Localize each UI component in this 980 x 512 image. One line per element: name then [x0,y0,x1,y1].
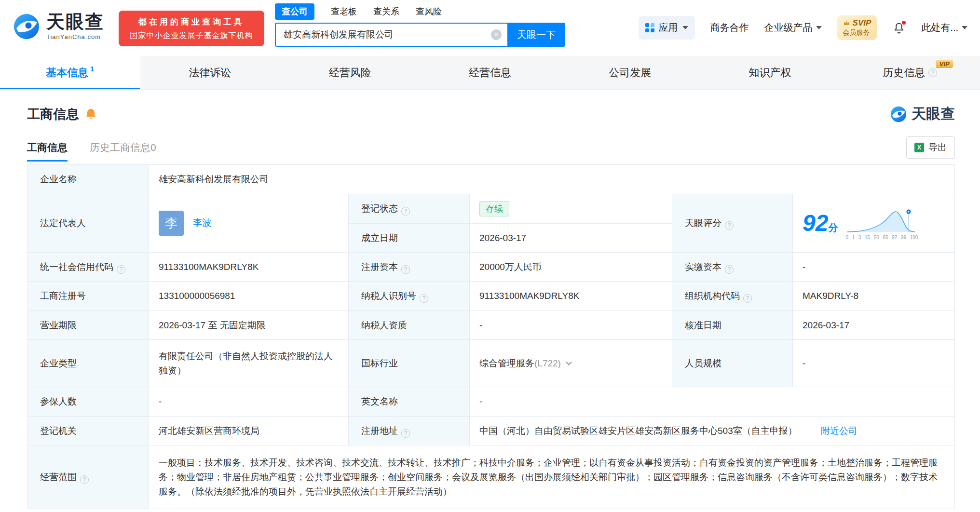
tianyancha-company-page: 天眼查 TianYanCha.com 都在用的商业查询工具 国家中小企业发展子基… [0,0,980,509]
reg-status-cell: 存续 [470,194,672,224]
reg-status-label: 登记状态 [349,194,470,224]
search-tab-risk[interactable]: 查风险 [416,6,442,17]
clear-icon[interactable] [491,29,502,40]
tab-company-development[interactable]: 公司发展 [560,56,700,89]
watermark-logo: 天眼查 [890,104,955,124]
registry-value: 河北雄安新区营商环境局 [149,417,349,445]
legal-rep-avatar[interactable]: 李 [159,211,184,236]
subtab-history-business-info[interactable]: 历史工商信息0 [90,141,156,160]
insured-value: - [149,387,349,417]
help-icon[interactable] [401,265,410,274]
search-tab-relation[interactable]: 查关系 [373,6,399,17]
subtab-row: 工商信息 历史工商信息0 导出 [27,136,955,162]
field-label: 核准日期 [685,320,721,330]
legal-rep-label: 法定代表人 [27,194,149,253]
score-unit: 分 [828,222,838,233]
tianyancha-logo-icon [13,13,41,40]
header-right-nav: 应用 商务合作 企业级产品 SVIP 会员服务 [639,15,967,40]
field-label: 企业类型 [40,358,77,368]
expand-chevron-icon[interactable] [566,359,572,365]
industry-value: 综合管理服务 [479,358,534,368]
apps-grid-icon [645,23,654,32]
business-cooperation-link[interactable]: 商务合作 [710,21,749,34]
help-icon[interactable] [80,475,89,484]
table-row: 工商注册号 133100000056981 纳税人识别号 91133100MAK… [27,282,955,311]
search-tab-boss[interactable]: 查老板 [331,6,357,17]
field-label: 纳税人识别号 [361,291,416,301]
field-label: 注册资本 [361,262,398,272]
paid-capital-label: 实缴资本 [672,253,793,282]
tab-basic-info[interactable]: 基本信息 1 [0,56,140,89]
user-menu[interactable]: 此处有... [921,21,967,34]
table-row: 法定代表人 李 李波 登记状态 存续 天眼评分 [27,194,955,224]
tab-operating-info[interactable]: 经营信息 [420,56,560,89]
search-button[interactable]: 天眼一下 [507,23,565,47]
table-row: 参保人数 - 英文名称 - [27,387,955,417]
tianyancha-logo[interactable]: 天眼查 TianYanCha.com [13,13,104,40]
company-name-label: 企业名称 [27,165,149,194]
table-row: 统一社会信用代码 91133100MAK9DRLY8K 注册资本 20000万人… [27,253,955,282]
export-button[interactable]: 导出 [906,136,955,159]
field-label: 纳税人资质 [361,320,407,330]
table-row: 登记机关 河北雄安新区营商环境局 注册地址 中国（河北）自由贸易试验区雄安片区雄… [27,417,955,445]
table-row: 营业期限 2026-03-17 至 无固定期限 纳税人资质 - 核准日期 202… [27,311,955,340]
field-label: 人员规模 [685,358,721,368]
help-icon[interactable] [117,265,125,274]
help-icon[interactable] [743,294,752,303]
insured-label: 参保人数 [27,387,149,417]
enterprise-products-label: 企业级产品 [764,21,813,34]
score-label-cell: 天眼评分 [672,194,793,253]
field-label: 注册地址 [361,426,398,436]
user-name: 此处有... [921,21,958,34]
apps-menu[interactable]: 应用 [639,16,695,40]
subscribe-bell-icon[interactable] [85,108,96,120]
address-cell: 中国（河北）自由贸易试验区雄安片区雄安高新区服务中心503室（自主申报） 附近公… [470,417,955,445]
scope-value: 一般项目：技术服务、技术开发、技术咨询、技术交流、技术转让、技术推广；科技中介服… [149,445,955,509]
search-row: 天眼一下 [275,23,565,47]
tab-count-badge: 1 [90,65,94,73]
help-icon[interactable] [420,294,428,303]
score-chart-box: 0131550859799100 [845,207,918,240]
field-label: 天眼评分 [685,218,721,228]
taxpayer-id-label: 纳税人识别号 [349,282,470,311]
tab-operating-risk[interactable]: 经营风险 [280,56,420,89]
score-axis-ticks: 0131550859799100 [845,235,918,240]
score-value: 92分 [803,212,838,235]
tab-intellectual-property[interactable]: 知识产权 [700,56,840,89]
field-label: 企业名称 [40,174,77,184]
tab-legal-proceedings[interactable]: 法律诉讼 [140,56,280,89]
tab-label: 公司发展 [609,66,651,80]
help-icon[interactable] [725,221,734,230]
help-icon[interactable] [928,68,937,77]
search-tab-company[interactable]: 查公司 [275,3,314,20]
business-info-table: 企业名称 雄安高新科创发展有限公司 法定代表人 李 李波 登记状态 存续 [27,164,955,509]
logo-name-cn: 天眼查 [46,13,104,31]
field-label: 经营范围 [40,472,77,482]
field-label: 组织机构代码 [685,291,740,301]
nearby-companies-link[interactable]: 附近公司 [821,426,858,436]
table-row: 经营范围 一般项目：技术服务、技术开发、技术咨询、技术交流、技术转让、技术推广；… [27,445,955,509]
main-content: 工商信息 天眼查 工商信息 [0,104,980,509]
top-header: 天眼查 TianYanCha.com 都在用的商业查询工具 国家中小企业发展子基… [0,0,980,56]
industry-cell: 综合管理服务(L722) [470,340,672,387]
reg-number-value: 133100000056981 [149,282,349,311]
score-widget[interactable]: 92分 01 [803,207,945,240]
tab-label: 知识产权 [749,66,791,80]
search-input[interactable] [276,24,507,46]
subtab-business-info[interactable]: 工商信息 [27,141,68,162]
table-row: 企业名称 雄安高新科创发展有限公司 [27,165,955,194]
legal-rep-link[interactable]: 李波 [193,217,211,228]
table-row: 企业类型 有限责任公司（非自然人投资或控股的法人独资） 国标行业 综合管理服务(… [27,340,955,387]
enterprise-products-menu[interactable]: 企业级产品 [764,21,822,34]
export-label: 导出 [928,141,947,154]
svip-badge[interactable]: SVIP 会员服务 [837,15,877,40]
help-icon[interactable] [401,429,410,438]
watermark-text: 天眼查 [912,104,955,124]
help-icon[interactable] [725,265,734,274]
help-icon[interactable] [401,207,410,216]
score-cell: 92分 01 [793,194,955,253]
notification-bell[interactable] [892,21,906,35]
slogan-line-1: 都在用的商业查询工具 [138,16,245,27]
section-header: 工商信息 天眼查 [27,104,955,124]
tab-history-info[interactable]: 历史信息 VIP [840,56,980,89]
